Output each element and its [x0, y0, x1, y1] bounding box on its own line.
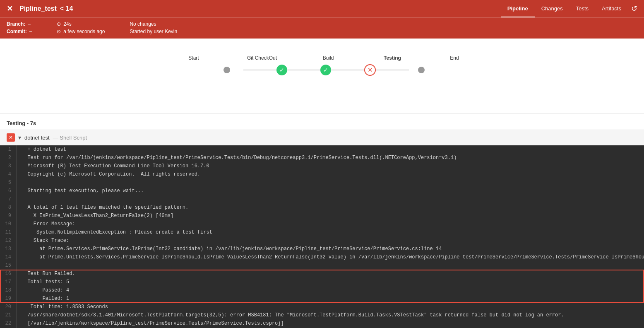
line-content	[17, 178, 26, 187]
line-number: 4	[0, 170, 17, 178]
console-line: 13 at Prime.Services.PrimeService.IsPrim…	[0, 245, 644, 253]
nav-tests[interactable]: Tests	[570, 0, 595, 17]
build-info-col-status: No changes Started by user Kevin	[130, 21, 177, 34]
console-line: 22 [/var/lib/jenkins/workspace/Pipline_t…	[0, 319, 644, 328]
line-number: 11	[0, 228, 17, 236]
stage-dot-build[interactable]: ✓	[320, 65, 331, 75]
line-number: 13	[0, 245, 17, 253]
branch-value: –	[28, 21, 31, 27]
close-icon[interactable]: ✕	[7, 4, 13, 13]
stage-dot-start[interactable]	[223, 67, 230, 73]
refresh-icon[interactable]: ↺	[631, 4, 637, 13]
line-number: 14	[0, 253, 17, 261]
stage-label-testing: Testing	[380, 55, 405, 61]
header-title-group: ✕ Pipline_test < 14	[7, 4, 73, 13]
stage-label-start: Start	[181, 55, 206, 61]
line-number: 5	[0, 178, 17, 187]
line-content: Microsoft (R) Test Execution Command Lin…	[17, 162, 214, 170]
line-number: 12	[0, 236, 17, 245]
stage-dot-testing[interactable]: ✕	[364, 64, 376, 76]
started-row: Started by user Kevin	[130, 29, 177, 34]
commit-label: Commit:	[7, 29, 27, 34]
line-content: Test run for /var/lib/jenkins/workspace/…	[17, 154, 461, 162]
line-content: System.NotImplementedException : Please …	[17, 228, 217, 236]
duration-row: ⊙ 24s	[57, 21, 105, 27]
console-line: 6 Starting test execution, please wait..…	[0, 187, 644, 195]
line-number: 8	[0, 203, 17, 212]
commit-row: Commit: –	[7, 29, 32, 34]
console-line: 19 Failed: 1	[0, 294, 644, 303]
line-content: /usr/share/dotnet/sdk/3.1.401/Microsoft.…	[17, 311, 569, 319]
line-content	[17, 195, 26, 203]
stage-dot-end[interactable]	[418, 67, 425, 73]
build-info-bar: Branch: – Commit: – ⊙ 24s ⊙ a few second…	[0, 17, 644, 39]
step-fail-icon[interactable]: ✕	[7, 133, 15, 142]
connector-testing-end	[376, 70, 409, 70]
nav-changes[interactable]: Changes	[535, 0, 570, 17]
console-line: 4 Copyright (c) Microsoft Corporation. A…	[0, 170, 644, 178]
pipeline-name: Pipline_test	[19, 5, 57, 12]
branch-row: Branch: –	[7, 21, 32, 27]
started-value: Started by user Kevin	[130, 29, 177, 34]
line-number: 15	[0, 261, 17, 270]
time-row: ⊙ a few seconds ago	[57, 29, 105, 34]
stage-label-build: Build	[316, 55, 341, 61]
console-line: 10 Error Message:	[0, 220, 644, 228]
line-content: Total tests: 5	[17, 278, 74, 286]
line-number: 2	[0, 154, 17, 162]
line-content: Test Run Failed.	[17, 270, 80, 278]
build-info-col-branch-commit: Branch: – Commit: –	[7, 21, 32, 34]
console-line: 8 A total of 1 test files matched the sp…	[0, 203, 644, 212]
line-content: A total of 1 test files matched the spec…	[17, 203, 193, 212]
line-content: Error Message:	[17, 220, 80, 228]
console-line: 12 Stack Trace:	[0, 236, 644, 245]
line-number: 21	[0, 311, 17, 319]
line-number: 22	[0, 319, 17, 328]
line-content: Stack Trace:	[17, 236, 74, 245]
step-title: dotnet test	[24, 135, 50, 141]
console-line: 21 /usr/share/dotnet/sdk/3.1.401/Microso…	[0, 311, 644, 319]
nav-pipeline[interactable]: Pipeline	[501, 0, 535, 17]
line-content: at Prime.UnitTests.Services.PrimeService…	[17, 253, 644, 261]
line-content: at Prime.Services.PrimeService.IsPrime(I…	[17, 245, 447, 253]
line-content: + dotnet test	[17, 145, 71, 154]
duration-icon: ⊙	[57, 21, 61, 27]
stage-label-gitcheckout: Git CheckOut	[247, 55, 277, 61]
build-info-col-time: ⊙ 24s ⊙ a few seconds ago	[57, 21, 105, 34]
section-title: Testing - 7s	[0, 113, 644, 130]
stage-dot-gitcheckout[interactable]: ✓	[276, 65, 287, 75]
duration-value: 24s	[63, 21, 71, 27]
console-line: 9 X IsPrime_ValuesLessThan2_ReturnFalse(…	[0, 212, 644, 220]
console-line: 7	[0, 195, 644, 203]
line-number: 17	[0, 278, 17, 286]
connector-git-build	[287, 70, 320, 70]
console-output: 1 + dotnet test2 Test run for /var/lib/j…	[0, 145, 644, 328]
line-number: 20	[0, 303, 17, 311]
console-line: 2 Test run for /var/lib/jenkins/workspac…	[0, 154, 644, 162]
console-line: 1 + dotnet test	[0, 145, 644, 154]
build-number: < 14	[60, 5, 73, 12]
connector-start-git	[243, 70, 276, 70]
console-line: 16 Test Run Failed.	[0, 270, 644, 278]
line-number: 18	[0, 286, 17, 294]
step-chevron-icon[interactable]: ▾	[18, 134, 21, 141]
line-content: Passed: 4	[17, 286, 74, 294]
changes-value: No changes	[130, 21, 156, 27]
time-icon: ⊙	[57, 29, 61, 34]
connector-build-testing	[331, 70, 364, 70]
console-line: 15	[0, 261, 644, 270]
time-value: a few seconds ago	[63, 29, 105, 34]
step-subtitle: — Shell Script	[53, 135, 87, 141]
highlight-wrapper: 16 Test Run Failed.17 Total tests: 518 P…	[0, 270, 644, 303]
console-line: 17 Total tests: 5	[0, 278, 644, 286]
console-wrapper: 1 + dotnet test2 Test run for /var/lib/j…	[0, 145, 644, 328]
line-number: 16	[0, 270, 17, 278]
console-line: 3 Microsoft (R) Test Execution Command L…	[0, 162, 644, 170]
header-nav: Pipeline Changes Tests Artifacts ↺	[501, 0, 637, 17]
line-number: 10	[0, 220, 17, 228]
branch-label: Branch:	[7, 21, 25, 27]
nav-artifacts[interactable]: Artifacts	[595, 0, 628, 17]
console-line: 14 at Prime.UnitTests.Services.PrimeServ…	[0, 253, 644, 261]
line-number: 9	[0, 212, 17, 220]
spacer	[0, 88, 644, 113]
